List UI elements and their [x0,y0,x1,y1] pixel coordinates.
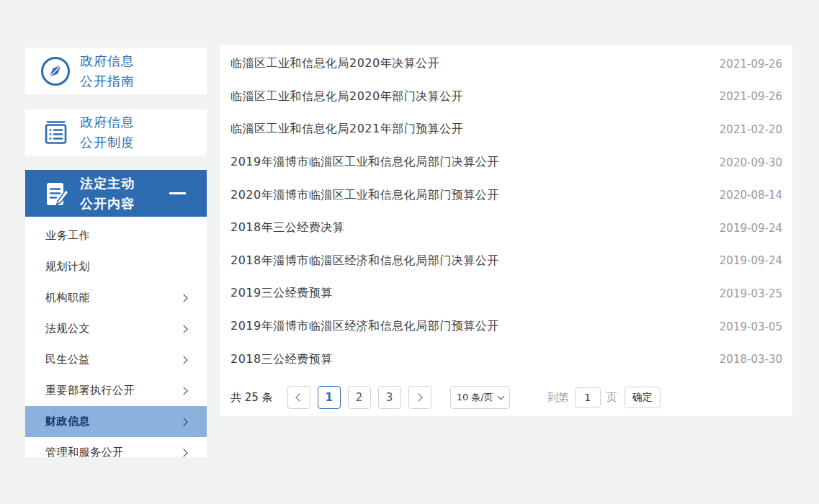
sidebar: 政府信息 公开指南 政府信息 公开制度 [25,48,207,457]
goto-page-input[interactable] [575,387,601,408]
list-item[interactable]: 临淄区工业和信息化局2020年部门决算公开2021-09-26 [231,81,782,114]
document-title-link[interactable]: 2018年三公经费决算 [231,220,344,235]
sidebar-banner-statutory-disclosure[interactable]: 法定主动 公开内容 [25,170,207,217]
publish-date: 2021-09-26 [720,58,782,71]
page-size-value: 10 条/页 [457,391,493,404]
sidebar-item[interactable]: 重要部署执行公开 [25,375,207,406]
total-count-label: 共 25 条 [231,391,273,405]
content-panel: 临淄区工业和信息化局2020年决算公开2021-09-26临淄区工业和信息化局2… [220,45,792,416]
document-title-link[interactable]: 临淄区工业和信息化局2021年部门预算公开 [231,122,463,137]
document-title-link[interactable]: 临淄区工业和信息化局2020年决算公开 [231,56,439,71]
sidebar-item-label: 规划计划 [45,260,90,274]
sidebar-item[interactable]: 管理和服务公开 [25,437,207,457]
list-item[interactable]: 临淄区工业和信息化局2020年决算公开2021-09-26 [231,48,782,81]
chevron-right-icon [179,356,187,364]
list-item[interactable]: 2018年三公经费决算2019-09-24 [231,212,782,245]
publish-date: 2021-09-26 [720,90,782,103]
list-item[interactable]: 2019年淄博市临淄区经济和信息化局部门预算公开2019-03-05 [231,310,782,343]
publish-date: 2019-09-24 [720,222,782,235]
compass-icon [38,54,73,89]
chevron-right-icon [179,294,187,302]
sidebar-item-label: 法规公文 [45,322,90,336]
sidebar-item-active[interactable]: 财政信息 [25,406,207,437]
publish-date: 2020-08-14 [720,189,782,202]
sidebar-item[interactable]: 规划计划 [25,251,207,282]
notebook-icon [38,115,73,150]
sidebar-card-guide[interactable]: 政府信息 公开指南 [25,48,207,94]
page-button-3[interactable]: 3 [378,386,401,409]
minus-icon[interactable] [169,192,186,194]
sidebar-banner-label: 法定主动 公开内容 [80,174,135,214]
publish-date: 2019-03-05 [720,320,782,333]
document-title-link[interactable]: 2018三公经费预算 [231,352,333,367]
sidebar-menu: 业务工作规划计划机构职能法规公文民生公益重要部署执行公开财政信息管理和服务公开其… [25,217,207,457]
chevron-right-icon [179,387,187,395]
sidebar-card-system[interactable]: 政府信息 公开制度 [25,109,207,156]
sidebar-item-label: 机构职能 [45,291,90,305]
document-title-link[interactable]: 2019年淄博市临淄区经济和信息化局部门预算公开 [231,319,499,334]
prev-page-button[interactable] [287,386,310,409]
sidebar-card-guide-label: 政府信息 公开指南 [80,51,135,91]
document-title-link[interactable]: 2019三公经费预算 [231,286,333,301]
list-item[interactable]: 2019三公经费预算2019-03-25 [231,277,782,310]
goto-page-control: 到第 页 确定 [547,387,661,408]
sidebar-item[interactable]: 机构职能 [25,282,207,313]
goto-suffix-label: 页 [607,391,617,405]
list-item[interactable]: 2020年淄博市临淄区工业和信息化局部门预算公开2020-08-14 [231,179,782,212]
publish-date: 2018-03-30 [720,353,782,366]
confirm-button[interactable]: 确定 [625,387,661,408]
clipboard-pen-icon [38,176,73,211]
sidebar-item-label: 重要部署执行公开 [45,384,135,397]
pagination-bar: 共 25 条 123 10 条/页 到第 页 确定 [231,386,661,409]
list-item[interactable]: 2019年淄博市临淄区工业和信息化局部门决算公开2020-09-30 [231,146,782,179]
chevron-right-icon [179,418,187,426]
list-item[interactable]: 2018年淄博市临淄区经济和信息化局部门决算公开2019-09-24 [231,245,782,278]
sidebar-item-label: 财政信息 [45,415,90,428]
sidebar-card-system-label: 政府信息 公开制度 [80,112,135,153]
chevron-right-icon [414,393,422,401]
sidebar-item-label: 民生公益 [45,353,90,366]
sidebar-item-label: 业务工作 [45,229,90,243]
publish-date: 2019-03-25 [720,287,782,300]
page-size-select[interactable]: 10 条/页 [450,386,510,409]
goto-prefix-label: 到第 [547,391,569,405]
sidebar-item[interactable]: 业务工作 [25,220,207,251]
list-item[interactable]: 临淄区工业和信息化局2021年部门预算公开2021-02-20 [231,113,782,146]
page-button-2[interactable]: 2 [348,386,371,409]
publish-date: 2020-09-30 [720,156,782,169]
chevron-left-icon [295,393,303,401]
chevron-right-icon [179,325,187,333]
document-list: 临淄区工业和信息化局2020年决算公开2021-09-26临淄区工业和信息化局2… [220,45,792,376]
sidebar-item[interactable]: 法规公文 [25,313,207,344]
document-title-link[interactable]: 2020年淄博市临淄区工业和信息化局部门预算公开 [231,188,499,203]
document-title-link[interactable]: 临淄区工业和信息化局2020年部门决算公开 [231,89,463,104]
document-title-link[interactable]: 2018年淄博市临淄区经济和信息化局部门决算公开 [231,253,499,269]
chevron-down-icon [497,393,504,400]
page-number-buttons: 123 [318,386,408,409]
publish-date: 2021-02-20 [720,123,782,136]
chevron-right-icon [179,449,187,456]
document-title-link[interactable]: 2019年淄博市临淄区工业和信息化局部门决算公开 [231,155,499,170]
publish-date: 2019-09-24 [720,254,782,267]
sidebar-item-label: 管理和服务公开 [45,446,124,457]
list-item[interactable]: 2018三公经费预算2018-03-30 [231,343,782,376]
next-page-button[interactable] [408,386,431,409]
sidebar-item[interactable]: 民生公益 [25,344,207,375]
page-button-1[interactable]: 1 [318,386,341,409]
